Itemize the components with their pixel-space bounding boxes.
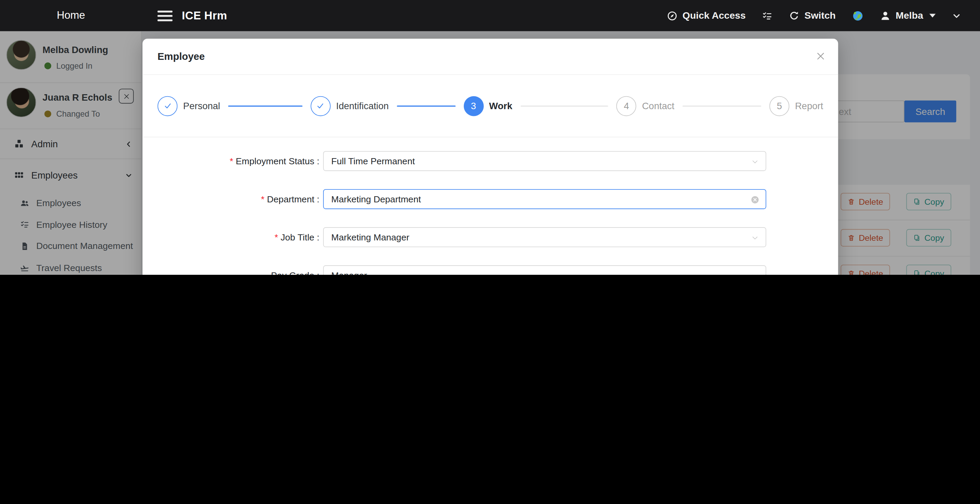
app-brand: ICE Hrm [182,9,227,22]
step-title: Contact [642,101,674,111]
department-select[interactable]: Marketing Department [323,189,766,209]
collapse-navbar-button[interactable] [952,11,961,21]
select-value: Full Time Permanent [331,156,415,166]
pay-grade-select[interactable]: Manager [323,265,766,274]
checklist-icon [762,10,773,21]
language-globe-button[interactable] [852,10,864,21]
employment-status-select[interactable]: Full Time Permanent [323,151,766,171]
select-value: Manager [331,270,367,275]
form-row-employment-status: Employment StatusFull Time Permanent [142,142,838,180]
modal-title: Employee [158,51,205,62]
step-identification[interactable]: Identification [310,96,463,116]
user-name-label: Melba [896,10,923,21]
check-icon [316,101,325,111]
select-value: Marketing Manager [331,232,409,242]
tasks-button[interactable] [762,10,773,21]
hamburger-menu-icon[interactable] [158,10,173,21]
chevron-down-icon [751,157,759,166]
step-connector [228,105,302,106]
step-personal[interactable]: Personal [158,96,310,116]
step-title: Personal [183,101,220,111]
clear-icon[interactable] [751,195,759,204]
quick-access-button[interactable]: Quick Access [667,10,745,21]
job-title-select[interactable]: Marketing Manager [323,227,766,247]
step-circle: 3 [463,96,484,116]
user-menu[interactable]: Melba [880,10,935,21]
field-label: Pay Grade [142,270,319,275]
step-connector [682,105,761,106]
step-title: Work [489,101,512,111]
top-navbar: Home ICE Hrm Quick Access Switch Melba [0,0,980,31]
employee-modal: Employee PersonalIdentification3Work4Con… [142,39,838,275]
chevron-down-icon [751,271,759,275]
field-label: Department [142,194,319,204]
wizard-steps: PersonalIdentification3Work4Contact5Repo… [142,75,838,137]
globe-icon [852,10,864,21]
select-value: Marketing Department [331,194,421,204]
form-row-department: DepartmentMarketing Department [142,180,838,218]
switch-button[interactable]: Switch [789,10,836,21]
step-circle: 4 [616,96,636,116]
modal-close-icon[interactable] [816,51,826,61]
step-report[interactable]: 5Report [769,96,823,116]
step-contact[interactable]: 4Contact [616,96,769,116]
step-title: Report [795,101,823,111]
chevron-down-icon [751,233,759,242]
step-connector [520,105,608,106]
quick-access-label: Quick Access [682,10,746,21]
modal-header: Employee [142,39,838,75]
field-label: Employment Status [142,156,319,166]
step-circle [158,96,178,116]
switch-icon [789,10,800,21]
check-icon [163,101,172,111]
caret-down-icon [929,14,935,17]
step-connector [397,105,455,106]
form-row-job-title: Job TitleMarketing Manager [142,218,838,256]
person-icon [880,10,891,21]
field-label: Job Title [142,232,319,242]
home-link[interactable]: Home [0,10,142,22]
compass-icon [667,10,677,21]
step-circle: 5 [769,96,789,116]
work-form: Employment StatusFull Time PermanentDepa… [142,142,838,275]
form-row-pay-grade: Pay GradeManager [142,256,838,275]
step-title: Identification [336,101,389,111]
app-root: Home ICE Hrm Quick Access Switch Melba [0,0,980,275]
step-circle [310,96,331,116]
switch-label: Switch [804,10,835,21]
step-work[interactable]: 3Work [463,96,616,116]
chevron-down-icon [952,11,961,21]
